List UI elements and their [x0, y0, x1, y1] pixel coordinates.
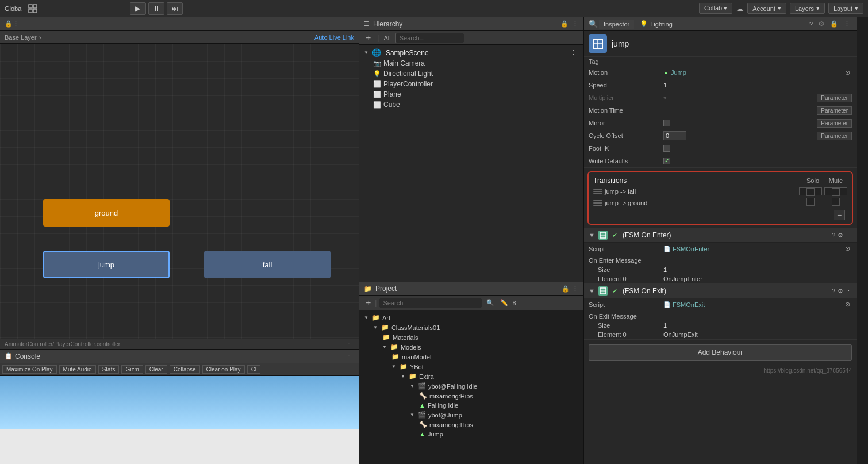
collapse-button[interactable]: Collapse: [170, 365, 200, 374]
foot-ik-checkbox[interactable]: [663, 145, 670, 152]
fsm-enter-enabled-checkbox[interactable]: ✓: [611, 231, 619, 239]
folder-models[interactable]: ▼ 📁 Models: [359, 342, 583, 352]
exit-elem-row: Element 0 OnJumpExit: [584, 330, 857, 339]
play-button[interactable]: ▶: [130, 2, 146, 15]
bone-icon-2: 🦴: [419, 421, 427, 428]
transition-row-1[interactable]: jump -> fall: [591, 186, 850, 197]
hierarchy-item-main-camera[interactable]: 📷 Main Camera: [368, 58, 583, 68]
clear-on-play-button[interactable]: Clear on Play: [202, 365, 245, 374]
write-defaults-checkbox[interactable]: [663, 158, 670, 164]
folder-manmodel[interactable]: 📁 manModel: [359, 352, 583, 362]
inspector-help-button[interactable]: ?: [808, 20, 815, 28]
cycle-offset-param-button[interactable]: Parameter: [817, 132, 852, 140]
item-jump-anim[interactable]: ▲ Jump: [359, 430, 583, 439]
svg-rect-0: [29, 5, 32, 8]
animator-options-button[interactable]: ⋮: [344, 340, 354, 348]
item-hips-1[interactable]: 🦴 mixamorig:Hips: [359, 391, 583, 401]
folder-art[interactable]: ▼ 📁 Art: [359, 313, 583, 323]
hierarchy-item-cube[interactable]: ⬜ Cube: [368, 99, 583, 110]
multiplier-param-button[interactable]: Parameter: [817, 94, 852, 102]
transition-mute-2[interactable]: [824, 198, 847, 208]
inspector-dots-button[interactable]: ⋮: [842, 20, 852, 28]
collab-button[interactable]: Collab ▾: [699, 3, 732, 14]
hierarchy-search-input[interactable]: [395, 33, 464, 43]
folder-extra[interactable]: ▼ 📁 Extra: [359, 371, 583, 381]
hierarchy-add-button[interactable]: +: [364, 32, 372, 44]
scene-root-item[interactable]: ▼ 🌐 SampleScene ⋮: [359, 47, 583, 58]
cycle-offset-input[interactable]: [663, 131, 686, 140]
motion-time-param-button[interactable]: Parameter: [817, 106, 852, 115]
auto-live-link-button[interactable]: Auto Live Link: [314, 34, 354, 41]
script-select-enter[interactable]: ⊙: [843, 244, 852, 253]
transition-mute-1[interactable]: [824, 187, 847, 195]
fsm-enter-settings-button[interactable]: ⚙: [838, 232, 843, 239]
clear-button[interactable]: Clear: [145, 365, 167, 374]
scene-options-button[interactable]: ⋮: [569, 48, 578, 57]
inspector-tab-lighting[interactable]: 💡 Lighting: [635, 19, 677, 29]
cl-button[interactable]: Cl: [247, 365, 260, 374]
console-panel: 📋 Console ⋮ Maximize On Play Mute Audio …: [0, 349, 359, 464]
fsm-exit-header[interactable]: ▼ ✓ (FSM On Exit) ? ⚙: [584, 284, 857, 298]
fsm-exit-help-button[interactable]: ?: [832, 287, 835, 295]
gizm-button[interactable]: Gizm: [121, 365, 143, 374]
inspector-object-icon: [589, 34, 607, 53]
account-button[interactable]: Account ▾: [747, 3, 786, 14]
fsm-enter-help-button[interactable]: ?: [832, 232, 835, 239]
inspector-lock-button[interactable]: 🔒: [828, 20, 840, 28]
item-hips-2[interactable]: 🦴 mixamorig:Hips: [359, 420, 583, 430]
inspector-settings-button[interactable]: ⚙: [817, 20, 826, 28]
top-bar: Global ▶ ⏸ ⏭ Collab ▾ ☁ Account ▾ Layers…: [0, 0, 868, 17]
project-search-btn[interactable]: 🔍: [485, 298, 496, 307]
project-search-input[interactable]: [379, 298, 482, 308]
bone-icon-1: 🦴: [419, 392, 427, 400]
mirror-param-button[interactable]: Parameter: [817, 119, 852, 128]
fsm-exit-settings-button[interactable]: ⚙: [838, 287, 843, 295]
write-defaults-label: Write Defaults: [589, 158, 663, 164]
folder-icon-ybot: 📁: [400, 363, 408, 370]
fsm-enter-header[interactable]: ▼ ✓ (FSM On Enter) ? ⚙: [584, 228, 857, 243]
multiplier-label: Multiplier: [589, 94, 663, 101]
add-behaviour-button[interactable]: Add Behaviour: [589, 344, 852, 361]
scene-expand-icon: ▼: [364, 50, 368, 55]
folder-icon-extra: 📁: [409, 373, 417, 380]
item-falling-idle[interactable]: ▼ 🎬 ybot@Falling Idle: [359, 381, 583, 391]
folder-classmaterials[interactable]: ▼ 📁 ClassMaterials01: [359, 323, 583, 332]
fsm-exit-enabled-checkbox[interactable]: ✓: [611, 287, 619, 295]
motion-select-button[interactable]: ⊙: [843, 68, 852, 77]
transition-solo-1[interactable]: [799, 187, 822, 195]
project-filter-btn[interactable]: ✏️: [498, 298, 510, 307]
mirror-checkbox[interactable]: [663, 120, 670, 126]
hierarchy-item-directional-light[interactable]: 💡 Directional Light: [368, 68, 583, 79]
item-falling-idle-anim[interactable]: ▲ Falling Idle: [359, 401, 583, 410]
ground-node[interactable]: ground: [43, 199, 170, 227]
folder-materials[interactable]: 📁 Materials: [359, 332, 583, 342]
mute-audio-button[interactable]: Mute Audio: [59, 365, 96, 374]
fsm-enter-dots-button[interactable]: ⋮: [846, 232, 852, 239]
fall-node[interactable]: fall: [204, 251, 331, 278]
fsm-exit-dots-button[interactable]: ⋮: [846, 287, 852, 295]
fsm-enter-section: ▼ ✓ (FSM On Enter) ? ⚙: [584, 228, 857, 284]
pause-button[interactable]: ⏸: [148, 2, 164, 15]
maximize-on-play-button[interactable]: Maximize On Play: [2, 365, 57, 374]
inspector-tab-inspector[interactable]: Inspector: [599, 20, 634, 29]
item-ybot-jump[interactable]: ▼ 🎬 ybot@Jump: [359, 410, 583, 420]
folder-ybot[interactable]: ▼ 📁 YBot: [359, 362, 583, 371]
stats-button[interactable]: Stats: [98, 365, 120, 374]
jump-node[interactable]: jump: [43, 251, 170, 278]
console-body: [0, 376, 359, 464]
play-controls: ▶ ⏸ ⏭: [130, 2, 183, 15]
console-dots-button[interactable]: ⋮: [344, 352, 354, 361]
project-add-button[interactable]: +: [364, 297, 372, 309]
hierarchy-item-player-controller[interactable]: ⬜ PlayerController: [368, 79, 583, 89]
cycle-offset-row: Cycle Offset Parameter: [584, 129, 857, 142]
script-select-exit[interactable]: ⊙: [843, 300, 852, 309]
light-icon: 💡: [373, 70, 381, 78]
transition-row-2[interactable]: jump -> ground: [591, 197, 850, 209]
layers-button[interactable]: Layers ▾: [790, 3, 825, 14]
step-button[interactable]: ⏭: [167, 2, 183, 15]
hierarchy-item-plane[interactable]: ⬜ Plane: [368, 89, 583, 99]
layout-button[interactable]: Layout ▾: [828, 3, 863, 14]
classmaterials-expand: ▼: [373, 325, 378, 330]
transition-solo-2[interactable]: [799, 198, 822, 208]
transitions-minus-button[interactable]: −: [834, 210, 845, 220]
